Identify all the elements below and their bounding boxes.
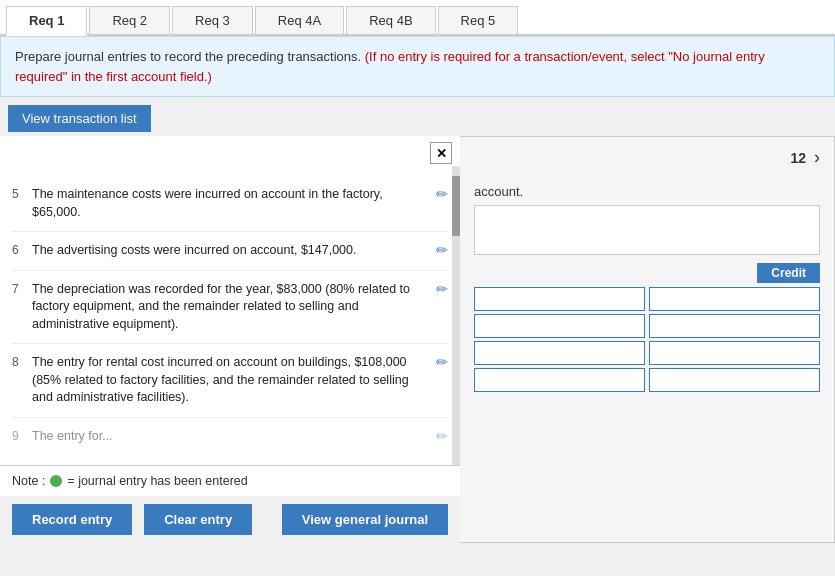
- debit-credit-header: Credit: [460, 255, 834, 287]
- next-arrow-icon[interactable]: ›: [814, 147, 820, 168]
- list-item: 7 The depreciation was recorded for the …: [12, 271, 448, 345]
- entry-credit-3[interactable]: [649, 341, 820, 365]
- journal-nav: 12 ›: [460, 137, 834, 178]
- entry-credit-1[interactable]: [649, 287, 820, 311]
- edit-icon-8[interactable]: ✏: [436, 354, 448, 370]
- tab-req2[interactable]: Req 2: [89, 6, 170, 34]
- transaction-text: The advertising costs were incurred on a…: [32, 242, 426, 260]
- entry-rows: [460, 287, 834, 392]
- instruction-banner: Prepare journal entries to record the pr…: [0, 36, 835, 97]
- edit-icon-7[interactable]: ✏: [436, 281, 448, 297]
- account-input-box[interactable]: [474, 205, 820, 255]
- tab-req4b[interactable]: Req 4B: [346, 6, 435, 34]
- transaction-number: 6: [12, 242, 32, 257]
- record-entry-button[interactable]: Record entry: [12, 504, 132, 535]
- transaction-text: The maintenance costs were incurred on a…: [32, 186, 426, 221]
- account-label: account.: [460, 178, 834, 205]
- entry-credit-4[interactable]: [649, 368, 820, 392]
- bottom-buttons: Record entry Clear entry View general jo…: [0, 496, 460, 543]
- green-dot-icon: [50, 475, 62, 487]
- note-prefix: Note :: [12, 474, 45, 488]
- transaction-text: The depreciation was recorded for the ye…: [32, 281, 426, 334]
- entry-row-3: [474, 341, 820, 365]
- transaction-list: 5 The maintenance costs were incurred on…: [0, 166, 460, 465]
- transaction-text: The entry for rental cost incurred on ac…: [32, 354, 426, 407]
- transaction-number: 9: [12, 428, 32, 443]
- list-item: 5 The maintenance costs were incurred on…: [12, 176, 448, 232]
- list-item: 8 The entry for rental cost incurred on …: [12, 344, 448, 418]
- entry-row-2: [474, 314, 820, 338]
- entry-debit-3[interactable]: [474, 341, 645, 365]
- entry-number: 12: [790, 150, 806, 166]
- edit-icon-9[interactable]: ✏: [436, 428, 448, 444]
- main-content: ✕ 5 The maintenance costs were incurred …: [0, 136, 835, 543]
- scrollbar[interactable]: [452, 166, 460, 465]
- edit-icon-6[interactable]: ✏: [436, 242, 448, 258]
- scrollbar-thumb: [452, 176, 460, 236]
- entry-row-1: [474, 287, 820, 311]
- entry-debit-4[interactable]: [474, 368, 645, 392]
- credit-label: Credit: [757, 263, 820, 283]
- list-item: 9 The entry for... ✏: [12, 418, 448, 456]
- tab-req5[interactable]: Req 5: [438, 6, 519, 34]
- view-transaction-list-button[interactable]: View transaction list: [8, 105, 151, 132]
- tab-req1[interactable]: Req 1: [6, 6, 87, 36]
- entry-row-4: [474, 368, 820, 392]
- edit-icon-5[interactable]: ✏: [436, 186, 448, 202]
- left-wrapper: ✕ 5 The maintenance costs were incurred …: [0, 136, 460, 543]
- tab-req3[interactable]: Req 3: [172, 6, 253, 34]
- entry-debit-1[interactable]: [474, 287, 645, 311]
- transaction-text: The entry for...: [32, 428, 426, 446]
- note-bar: Note : = journal entry has been entered: [0, 465, 460, 496]
- note-suffix: = journal entry has been entered: [67, 474, 247, 488]
- tab-req4a[interactable]: Req 4A: [255, 6, 344, 34]
- close-button[interactable]: ✕: [430, 142, 452, 164]
- clear-entry-button[interactable]: Clear entry: [144, 504, 252, 535]
- transaction-number: 5: [12, 186, 32, 201]
- transaction-panel: ✕ 5 The maintenance costs were incurred …: [0, 136, 460, 465]
- list-item: 6 The advertising costs were incurred on…: [12, 232, 448, 271]
- instruction-main: Prepare journal entries to record the pr…: [15, 49, 361, 64]
- transaction-number: 8: [12, 354, 32, 369]
- entry-credit-2[interactable]: [649, 314, 820, 338]
- entry-debit-2[interactable]: [474, 314, 645, 338]
- transaction-number: 7: [12, 281, 32, 296]
- tabs-bar: Req 1 Req 2 Req 3 Req 4A Req 4B Req 5: [0, 0, 835, 36]
- journal-panel: 12 › account. Credit: [460, 136, 835, 543]
- view-general-journal-button[interactable]: View general journal: [282, 504, 448, 535]
